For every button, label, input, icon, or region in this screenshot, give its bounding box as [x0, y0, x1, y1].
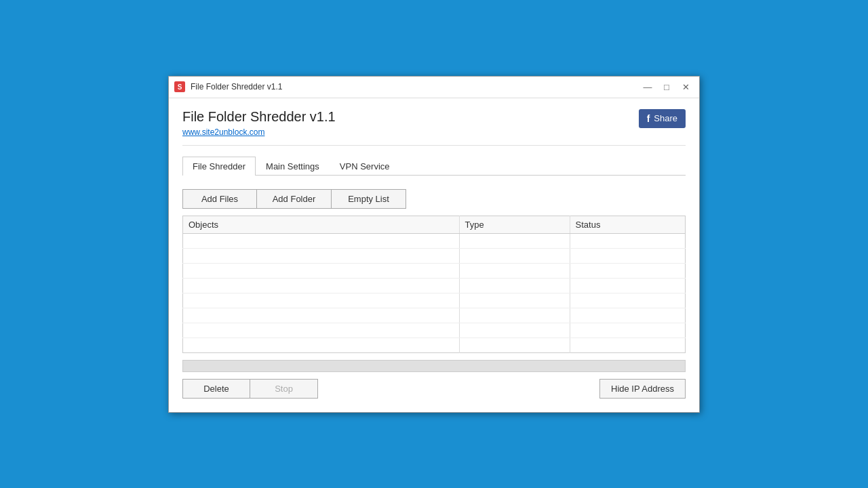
minimize-button[interactable]: — [639, 80, 656, 94]
tab-vpn-service[interactable]: VPN Service [330, 157, 400, 176]
hide-ip-button[interactable]: Hide IP Address [599, 379, 686, 399]
facebook-icon: f [647, 113, 650, 124]
table-row [183, 248, 686, 263]
table-row [183, 338, 686, 352]
empty-list-button[interactable]: Empty List [332, 189, 406, 209]
app-icon-letter: S [178, 83, 182, 91]
progress-bar-container [182, 360, 686, 372]
column-header-status: Status [570, 216, 685, 233]
window-controls: — □ ✕ [639, 80, 694, 94]
share-label: Share [654, 113, 677, 123]
add-folder-button[interactable]: Add Folder [257, 189, 332, 209]
app-window: S File Folder Shredder v1.1 — □ ✕ File F… [168, 76, 700, 413]
tab-main-settings[interactable]: Main Settings [256, 157, 330, 176]
add-files-button[interactable]: Add Files [182, 189, 257, 209]
app-title-block: File Folder Shredder v1.1 www.site2unblo… [182, 109, 336, 137]
title-bar: S File Folder Shredder v1.1 — □ ✕ [169, 77, 699, 98]
table-row [183, 308, 686, 323]
bottom-buttons: Delete Stop Hide IP Address [182, 379, 686, 399]
app-title: File Folder Shredder v1.1 [182, 109, 336, 125]
table-row [183, 233, 686, 248]
action-buttons: Add Files Add Folder Empty List [182, 189, 686, 209]
website-link[interactable]: www.site2unblock.com [182, 127, 336, 137]
bottom-left-buttons: Delete Stop [182, 379, 318, 399]
table-row [183, 293, 686, 308]
window-title: File Folder Shredder v1.1 [191, 82, 639, 92]
app-header: File Folder Shredder v1.1 www.site2unblo… [182, 109, 686, 146]
table-row [183, 263, 686, 278]
delete-button[interactable]: Delete [182, 379, 250, 399]
maximize-button[interactable]: □ [658, 80, 675, 94]
close-button[interactable]: ✕ [677, 80, 694, 94]
content-area: File Folder Shredder v1.1 www.site2unblo… [169, 98, 699, 412]
tab-content: Add Files Add Folder Empty List Objects … [182, 184, 686, 399]
column-header-type: Type [459, 216, 570, 233]
tab-file-shredder[interactable]: File Shredder [182, 157, 256, 176]
tabs-bar: File Shredder Main Settings VPN Service [182, 157, 686, 176]
app-icon: S [174, 81, 185, 92]
stop-button[interactable]: Stop [250, 379, 318, 399]
file-table: Objects Type Status [182, 216, 686, 353]
table-row [183, 323, 686, 338]
table-row [183, 278, 686, 293]
column-header-objects: Objects [183, 216, 460, 233]
facebook-share-button[interactable]: f Share [639, 109, 686, 128]
table-header: Objects Type Status [183, 216, 686, 233]
table-body [183, 233, 686, 352]
